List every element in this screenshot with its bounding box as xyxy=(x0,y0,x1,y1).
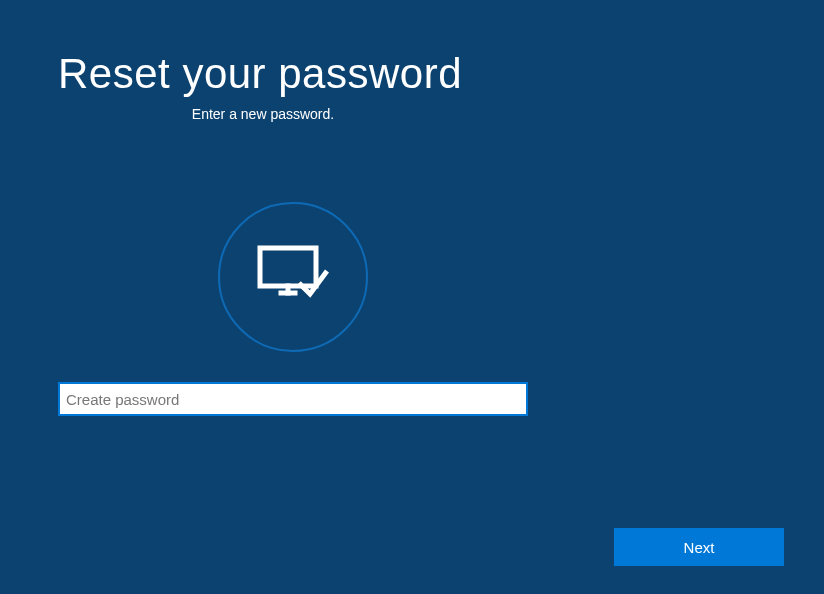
password-input[interactable] xyxy=(58,382,528,416)
icon-area xyxy=(218,202,766,352)
icon-circle xyxy=(218,202,368,352)
monitor-check-icon xyxy=(257,245,329,309)
page-title: Reset your password xyxy=(58,50,766,98)
page-subtitle: Enter a new password. xyxy=(58,106,468,122)
next-button[interactable]: Next xyxy=(614,528,784,566)
svg-rect-0 xyxy=(260,248,316,286)
